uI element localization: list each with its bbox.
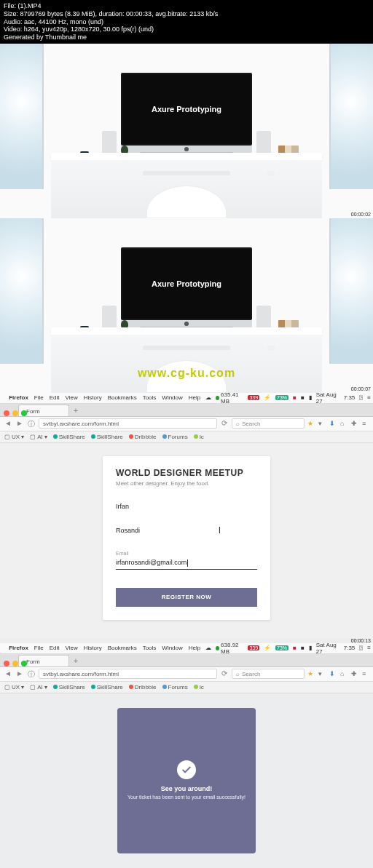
bookmark-forums[interactable]: Forums: [162, 684, 188, 690]
bookmark-forums[interactable]: Forums: [162, 434, 188, 440]
menu-view[interactable]: View: [63, 645, 81, 651]
timestamp-1: 00:00:02: [351, 212, 371, 217]
register-button[interactable]: REGISTER NOW: [116, 588, 257, 607]
menu-view[interactable]: View: [63, 394, 81, 401]
date-label: Sat Aug 27: [314, 391, 342, 405]
email-field[interactable]: Email irfanrosandi@gmail.com: [116, 551, 257, 570]
search-icon: ⌕: [236, 671, 240, 677]
menu-bookmarks[interactable]: Bookmarks: [105, 394, 140, 401]
check-circle-icon: [177, 760, 196, 779]
search-input[interactable]: ⌕Search: [232, 418, 305, 429]
menu-edit[interactable]: Edit: [47, 645, 63, 651]
menu-file[interactable]: File: [31, 394, 47, 401]
new-tab-button[interactable]: +: [69, 406, 82, 416]
puzzle-icon[interactable]: ✚: [351, 670, 358, 677]
window-max-icon[interactable]: [21, 661, 27, 666]
menu-help[interactable]: Help: [186, 394, 203, 401]
bookmark-dribbble[interactable]: Dribbble: [129, 684, 157, 690]
signal-icon[interactable]: ▮: [307, 394, 314, 401]
window-min-icon[interactable]: [12, 661, 18, 666]
back-icon[interactable]: ◄: [4, 669, 12, 678]
menu-history[interactable]: History: [81, 645, 105, 651]
info-audio: Audio: aac, 44100 Hz, mono (und): [4, 18, 369, 26]
menu-tools[interactable]: Tools: [140, 645, 160, 651]
cloud-icon[interactable]: ☁: [203, 645, 213, 651]
success-title: See you around!: [161, 785, 213, 792]
window-min-icon[interactable]: [12, 410, 18, 416]
first-name-field[interactable]: Irfan: [116, 503, 257, 512]
success-message: Your ticket has been sent to your email …: [127, 794, 246, 800]
bookmark-folder-ux[interactable]: ▢ UX ▾: [4, 684, 24, 690]
monitor: Axure Prototyping: [121, 73, 252, 164]
new-tab-button[interactable]: +: [69, 656, 82, 666]
info-icon[interactable]: ⓘ: [27, 419, 36, 428]
status-dot-icon: [216, 646, 219, 650]
window-close-icon[interactable]: [4, 410, 9, 416]
hamburger-icon[interactable]: ≡: [362, 670, 369, 677]
flag-icon[interactable]: ■: [291, 394, 299, 401]
bookmark-dribbble[interactable]: Dribbble: [129, 434, 157, 440]
bookmark-folder-ai[interactable]: ▢ AI ▾: [30, 684, 47, 690]
menu-file[interactable]: File: [31, 645, 47, 651]
download-icon[interactable]: ⬇: [329, 420, 337, 427]
cloud-icon[interactable]: ☁: [203, 394, 213, 401]
menu-window[interactable]: Window: [159, 645, 185, 651]
home-icon[interactable]: ⌂: [340, 670, 348, 677]
menu-edit[interactable]: Edit: [47, 394, 63, 401]
last-name-value: Rosandi: [116, 527, 257, 536]
app-name[interactable]: Firefox: [6, 394, 31, 401]
search-icon[interactable]: ⍰: [357, 645, 365, 651]
hamburger-icon[interactable]: ≡: [362, 420, 369, 427]
camera-icon[interactable]: ■: [299, 394, 307, 401]
bookmark-skillshare-2[interactable]: SkillShare: [91, 684, 123, 690]
bookmark-skillshare-2[interactable]: SkillShare: [91, 434, 123, 440]
puzzle-icon[interactable]: ✚: [351, 420, 358, 427]
bookmark-folder-ai[interactable]: ▢ AI ▾: [30, 434, 47, 440]
status-dot-icon: [216, 396, 219, 400]
tab-label: Form: [26, 658, 40, 665]
bookmark-ic[interactable]: Ic: [194, 434, 204, 440]
media-info-block: File: (1).MP4 Size: 8799769 bytes (8.39 …: [0, 0, 373, 44]
search-icon[interactable]: ⍰: [357, 394, 365, 401]
star-icon[interactable]: ★: [307, 420, 315, 427]
flag-icon[interactable]: ■: [291, 645, 299, 651]
last-name-field[interactable]: Rosandi I: [116, 527, 257, 536]
app-name[interactable]: Firefox: [6, 645, 31, 651]
menu-tools[interactable]: Tools: [140, 394, 160, 401]
back-icon[interactable]: ◄: [4, 419, 12, 428]
reload-icon[interactable]: ⟳: [220, 419, 229, 428]
bookmark-skillshare[interactable]: SkillShare: [53, 434, 85, 440]
forward-icon[interactable]: ►: [15, 669, 24, 678]
menu-icon[interactable]: ≡: [365, 645, 373, 651]
pocket-icon[interactable]: ▾: [318, 670, 326, 677]
signal-icon[interactable]: ▮: [307, 645, 314, 651]
star-icon[interactable]: ★: [307, 670, 315, 677]
camera-icon[interactable]: ■: [299, 645, 307, 651]
forward-icon[interactable]: ►: [15, 419, 24, 428]
url-text: svtbyi.axshare.com/form.html: [43, 671, 119, 677]
window-max-icon[interactable]: [21, 410, 27, 416]
download-icon[interactable]: ⬇: [329, 670, 337, 677]
url-input[interactable]: svtbyi.axshare.com/form.html: [39, 669, 217, 679]
home-icon[interactable]: ⌂: [340, 420, 348, 427]
thumbnail-2: Axure Prototyping www.cg-ku.com 00:00:07: [0, 218, 373, 393]
menu-window[interactable]: Window: [159, 394, 185, 401]
pocket-icon[interactable]: ▾: [318, 420, 326, 427]
menu-bookmarks[interactable]: Bookmarks: [105, 645, 140, 651]
reload-icon[interactable]: ⟳: [220, 669, 229, 678]
bookmark-ic[interactable]: Ic: [194, 684, 204, 690]
menu-icon[interactable]: ≡: [365, 394, 373, 401]
info-icon[interactable]: ⓘ: [27, 669, 36, 678]
mouse: [267, 346, 275, 350]
bookmark-skillshare[interactable]: SkillShare: [53, 684, 85, 690]
bookmark-folder-ux[interactable]: ▢ UX ▾: [4, 434, 24, 440]
bookmarks-bar: ▢ UX ▾ ▢ AI ▾ SkillShare SkillShare Drib…: [0, 431, 373, 443]
search-input[interactable]: ⌕Search: [232, 669, 305, 679]
window-close-icon[interactable]: [4, 661, 9, 666]
wifi-icon[interactable]: ⚡: [262, 394, 273, 401]
text-cursor-icon: I: [219, 525, 221, 535]
menu-history[interactable]: History: [81, 394, 105, 401]
menu-help[interactable]: Help: [186, 645, 203, 651]
wifi-icon[interactable]: ⚡: [262, 645, 273, 651]
url-input[interactable]: svtbyi.axshare.com/form.html: [39, 418, 217, 429]
